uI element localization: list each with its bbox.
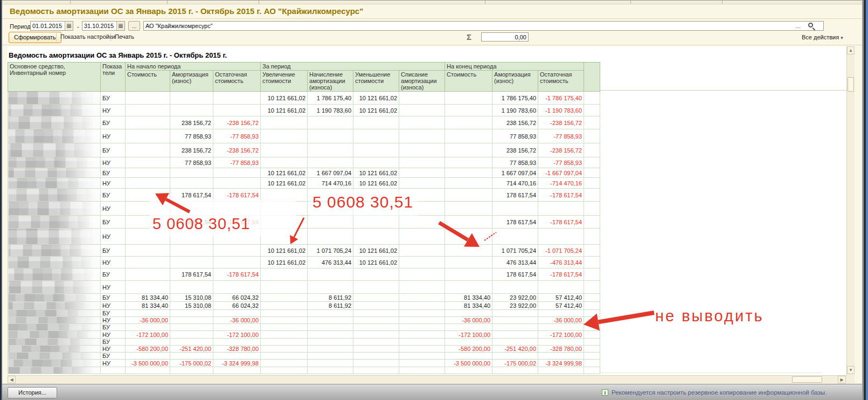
vertical-scroll-thumb[interactable] xyxy=(848,77,854,92)
column-header: Амортизация (износ) xyxy=(492,71,538,92)
value-cell xyxy=(445,324,492,331)
value-cell: 10 121 661,02 xyxy=(261,92,308,105)
date-from-calendar-icon[interactable]: ▦ xyxy=(65,22,73,30)
tab-separator xyxy=(259,1,259,4)
value-cell xyxy=(399,178,445,189)
value-cell: 15 310,08 xyxy=(170,302,213,310)
value-cell xyxy=(308,331,353,339)
value-cell xyxy=(492,310,538,317)
value-cell xyxy=(399,302,445,310)
value-cell xyxy=(308,216,353,229)
empty-cell xyxy=(584,268,600,281)
horizontal-scroll-thumb[interactable] xyxy=(792,376,822,383)
value-cell: 10 121 661,02 xyxy=(261,257,308,268)
history-button[interactable]: История... xyxy=(8,387,57,398)
value-cell xyxy=(399,360,445,367)
value-cell xyxy=(213,257,261,268)
value-cell xyxy=(261,281,308,294)
value-cell xyxy=(399,245,445,257)
value-cell xyxy=(399,143,445,157)
column-header-empty xyxy=(584,63,600,92)
empty-cell xyxy=(584,317,600,324)
empty-cell xyxy=(584,302,600,310)
asset-name-cell xyxy=(8,143,101,157)
sum-field[interactable] xyxy=(481,32,529,42)
value-cell xyxy=(213,324,261,331)
empty-cell xyxy=(584,245,600,257)
scroll-right-button[interactable]: ▶ xyxy=(838,376,846,383)
period-more-button[interactable]: ... xyxy=(128,21,140,31)
indicator-cell: НУ xyxy=(101,157,126,168)
value-cell xyxy=(213,310,261,317)
value-cell xyxy=(492,324,538,331)
asset-name-cell xyxy=(8,245,101,257)
value-cell xyxy=(170,202,213,216)
generate-button[interactable]: Сформировать xyxy=(9,32,61,43)
value-cell: 10 121 661,02 xyxy=(353,245,399,257)
value-cell xyxy=(492,367,538,374)
organization-input[interactable] xyxy=(143,21,824,31)
column-header-asset: Основное средство, Инвентарный номер xyxy=(8,63,101,92)
value-cell: 66 024,32 xyxy=(213,294,261,302)
empty-cell xyxy=(584,229,600,245)
value-cell xyxy=(353,331,399,339)
scroll-down-button[interactable]: ▼ xyxy=(847,366,855,374)
value-cell xyxy=(170,168,213,178)
value-cell xyxy=(126,189,170,202)
value-cell xyxy=(126,281,170,294)
empty-cell xyxy=(584,216,600,229)
value-cell xyxy=(261,216,308,229)
horizontal-scrollbar[interactable]: ◀ ▶ xyxy=(8,375,846,383)
value-cell xyxy=(308,189,353,202)
value-cell: 476 313,44 xyxy=(492,257,538,268)
all-actions-button[interactable]: Все действия ▾ xyxy=(802,34,843,40)
value-cell: 1 071 705,24 xyxy=(492,245,538,257)
scroll-up-button[interactable]: ▲ xyxy=(847,46,855,54)
value-cell xyxy=(261,202,308,216)
vertical-scrollbar[interactable]: ▲ ▼ xyxy=(846,46,855,375)
organization-more-button[interactable]: ... xyxy=(796,23,801,29)
value-cell: -328 780,00 xyxy=(213,346,261,353)
value-cell xyxy=(170,317,213,324)
value-cell xyxy=(538,353,584,360)
value-cell: -251 420,00 xyxy=(492,346,538,353)
value-cell: -178 617,54 xyxy=(213,216,261,229)
value-cell xyxy=(492,331,538,339)
value-cell xyxy=(308,324,353,331)
value-cell xyxy=(399,317,445,324)
value-cell xyxy=(170,105,213,116)
date-to-calendar-icon[interactable]: ▦ xyxy=(116,22,124,30)
value-cell: -178 617,54 xyxy=(213,268,261,281)
tab-separator xyxy=(485,1,485,4)
value-cell xyxy=(126,216,170,229)
print-button[interactable]: Печать xyxy=(112,32,137,42)
value-cell xyxy=(308,157,353,168)
value-cell xyxy=(353,324,399,331)
value-cell: 10 121 661,02 xyxy=(261,178,308,189)
divider xyxy=(2,45,862,45)
column-header: Уменьшение стоимости xyxy=(353,71,399,92)
indicator-cell: НУ xyxy=(101,346,126,353)
value-cell: 476 313,44 xyxy=(308,257,353,268)
scroll-left-button[interactable]: ◀ xyxy=(8,376,16,383)
value-cell xyxy=(126,324,170,331)
value-cell: -238 156,72 xyxy=(538,143,584,157)
value-cell xyxy=(213,178,261,189)
value-cell: 8 611,92 xyxy=(308,302,353,310)
table-row: НУ-3 500 000,00-175 000,02-3 324 999,98-… xyxy=(8,360,600,367)
value-cell xyxy=(308,129,353,143)
window-left-border xyxy=(1,0,2,400)
show-settings-button[interactable]: Показать настройки xyxy=(57,32,119,42)
value-cell xyxy=(538,339,584,346)
search-icon[interactable] xyxy=(808,23,813,27)
indicator-cell: НУ xyxy=(101,302,126,310)
table-row: НУ77 858,93-77 858,9377 858,93-77 858,93 xyxy=(8,157,600,168)
value-cell xyxy=(126,229,170,245)
value-cell: -3 500 000,00 xyxy=(445,360,492,367)
table-row: НУ10 121 661,02476 313,4410 121 661,0247… xyxy=(8,257,600,268)
value-cell: 10 121 661,02 xyxy=(353,178,399,189)
value-cell xyxy=(445,168,492,178)
table-row: НУ-580 200,00-251 420,00-328 780,00-580 … xyxy=(8,346,600,353)
value-cell: 178 617,54 xyxy=(170,268,213,281)
indicator-cell: БУ xyxy=(101,245,126,257)
